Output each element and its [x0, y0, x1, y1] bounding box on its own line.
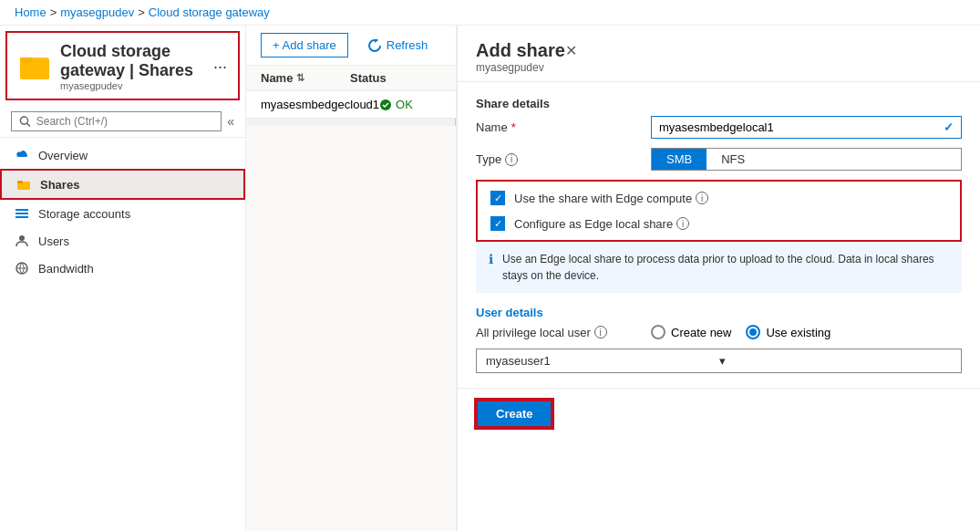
info-box-text: Use an Edge local share to process data … [502, 251, 949, 284]
edge-compute-section: ✓ Use the share with Edge compute i ✓ Co… [476, 180, 962, 242]
radio-existing-outer [746, 325, 760, 339]
shares-folder-icon [16, 177, 31, 192]
row-name: myasesmbedgecloud1 [261, 98, 379, 111]
sort-icon: ⇅ [296, 72, 304, 84]
edge-local-info-icon[interactable]: i [676, 217, 689, 230]
sidebar-item-label-overview: Overview [38, 149, 88, 162]
create-button[interactable]: Create [476, 400, 552, 428]
type-nfs-button[interactable]: NFS [707, 149, 759, 170]
type-toggle: SMB NFS [651, 148, 962, 171]
breadcrumb-sep-2: > [138, 5, 145, 19]
user-details-title: User details [476, 306, 962, 319]
user-dropdown[interactable]: myaseuser1 ▾ [476, 349, 962, 373]
sidebar-item-shares[interactable]: Shares [0, 169, 245, 200]
search-box[interactable] [11, 111, 222, 131]
sidebar-item-users[interactable]: Users [0, 227, 245, 255]
svg-rect-2 [20, 57, 49, 79]
sidebar-item-storage-accounts[interactable]: Storage accounts [0, 200, 245, 227]
folder-icon [18, 50, 51, 83]
type-label: Type i [476, 152, 640, 166]
svg-rect-6 [17, 181, 23, 183]
radio-group: Create new Use existing [651, 325, 962, 339]
radio-existing-label: Use existing [766, 326, 830, 339]
add-share-button[interactable]: + Add share [261, 33, 348, 57]
breadcrumb-home[interactable]: Home [15, 5, 46, 19]
table-row[interactable]: myasesmbedgecloud1 OK [246, 91, 456, 119]
radio-create-new[interactable]: Create new [651, 325, 731, 339]
resource-title: Cloud storage gateway | Shares [60, 42, 204, 80]
privilege-form-row: All privilege local user i Create new [476, 325, 962, 339]
center-content: + Add share Refresh Name ⇅ Status myases… [246, 26, 456, 531]
sidebar-item-overview[interactable]: Overview [0, 141, 245, 169]
radio-existing-inner [749, 328, 757, 336]
create-button-label: Create [496, 407, 532, 421]
refresh-button[interactable]: Refresh [359, 34, 438, 57]
search-icon [19, 115, 31, 128]
dots-menu[interactable]: ··· [213, 57, 227, 77]
edge-compute-info-icon[interactable]: i [696, 192, 708, 204]
edge-local-checkbox[interactable]: ✓ [490, 216, 505, 231]
user-details-section: User details All privilege local user i … [476, 306, 962, 373]
close-button[interactable]: ✕ [565, 42, 577, 59]
sidebar-item-label-shares: Shares [40, 178, 79, 192]
col-header-status: Status [350, 71, 441, 85]
resource-header: Cloud storage gateway | Shares myasegpud… [5, 31, 240, 100]
name-input[interactable] [659, 120, 944, 134]
name-required: * [511, 120, 516, 134]
privilege-label: All privilege local user i [476, 326, 640, 339]
panel-footer: Create [458, 388, 980, 439]
sidebar-item-label-bandwidth: Bandwidth [38, 262, 94, 276]
search-input[interactable] [36, 115, 213, 128]
sidebar-item-bandwidth[interactable]: Bandwidth [0, 255, 245, 282]
name-label: Name * [476, 120, 640, 134]
row-status: OK [379, 98, 441, 111]
bandwidth-icon [15, 261, 29, 276]
breadcrumb-resource: Cloud storage gateway [149, 5, 270, 19]
left-sidebar: Cloud storage gateway | Shares myasegpud… [0, 26, 246, 531]
table-header: Name ⇅ Status [246, 66, 456, 91]
type-toggle-group: SMB NFS [651, 148, 962, 171]
type-info-icon[interactable]: i [505, 153, 518, 166]
breadcrumb-device[interactable]: myasegpudev [60, 5, 134, 19]
edge-compute-row: ✓ Use the share with Edge compute i [490, 191, 947, 205]
radio-use-existing[interactable]: Use existing [746, 325, 830, 339]
scroll-area [246, 119, 456, 126]
type-smb-button[interactable]: SMB [652, 149, 707, 170]
edge-local-label: Configure as Edge local share i [514, 217, 689, 231]
dropdown-arrow-icon: ▾ [719, 354, 953, 368]
info-box-icon: ℹ [489, 252, 493, 266]
breadcrumb-sep-1: > [50, 5, 57, 19]
storage-icon [15, 206, 29, 221]
privilege-info-icon[interactable]: i [594, 326, 607, 338]
add-share-panel: Add share myasegpudev ✕ Share details Na… [456, 26, 980, 531]
navigation: Overview Shares Storage accounts [0, 138, 245, 286]
edge-compute-label: Use the share with Edge compute i [514, 192, 708, 205]
refresh-label: Refresh [387, 38, 428, 52]
panel-title: Add share [476, 40, 565, 61]
sidebar-item-label-users: Users [38, 234, 69, 248]
svg-point-3 [20, 117, 27, 124]
panel-body: Share details Name * ✓ Type [458, 82, 980, 388]
input-check-icon: ✓ [944, 120, 954, 134]
radio-create-label: Create new [671, 326, 731, 339]
user-dropdown-value: myaseuser1 [486, 354, 719, 368]
person-icon [15, 234, 29, 248]
svg-point-10 [19, 235, 25, 241]
search-row: « [0, 106, 245, 138]
collapse-button[interactable]: « [227, 114, 234, 129]
sidebar-item-label-storage: Storage accounts [38, 207, 130, 221]
svg-rect-9 [15, 216, 28, 218]
type-form-row: Type i SMB NFS [476, 148, 962, 171]
svg-rect-7 [15, 209, 28, 211]
radio-create-outer [651, 325, 665, 339]
breadcrumb: Home > myasegpudev > Cloud storage gatew… [0, 0, 980, 26]
share-details-title: Share details [476, 97, 962, 110]
edge-compute-checkbox[interactable]: ✓ [490, 191, 505, 205]
name-form-row: Name * ✓ [476, 116, 962, 139]
info-box: ℹ Use an Edge local share to process dat… [476, 242, 962, 293]
refresh-icon [368, 39, 381, 52]
col-header-name: Name ⇅ [261, 71, 350, 85]
name-input-container[interactable]: ✓ [651, 116, 962, 139]
svg-rect-8 [15, 213, 28, 214]
cloud-icon [15, 148, 29, 162]
